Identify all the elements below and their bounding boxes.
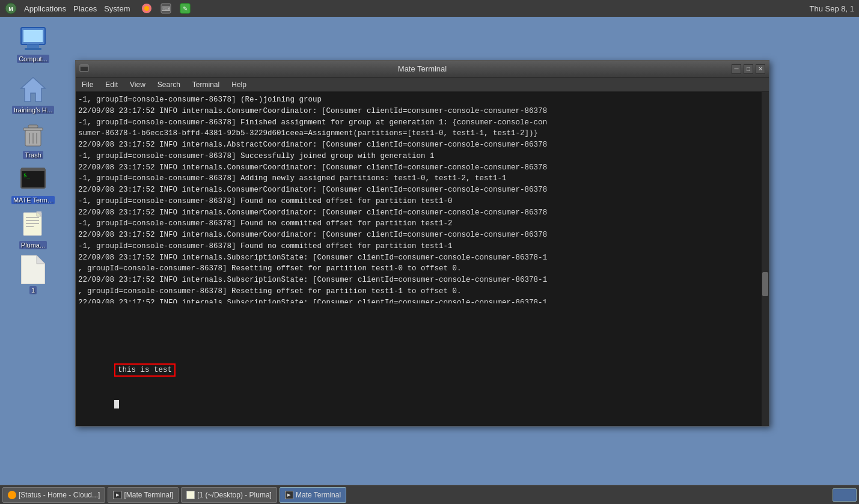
svg-rect-21 bbox=[21, 168, 45, 171]
svg-text:$_: $_ bbox=[23, 172, 30, 178]
system-menu[interactable]: System bbox=[104, 4, 130, 13]
taskbar-item-status[interactable]: [Status - Home - Cloud...] bbox=[2, 487, 105, 503]
taskbar-item-mate-terminal-1[interactable]: ▶ [Mate Terminal] bbox=[108, 487, 179, 503]
svg-rect-11 bbox=[25, 48, 41, 50]
mate-logo-icon: M bbox=[5, 2, 17, 14]
taskbar-terminal-icon-2: ▶ bbox=[285, 491, 293, 499]
svg-rect-9 bbox=[23, 30, 43, 42]
taskbar-right bbox=[833, 488, 857, 502]
terminal-line-15: , groupId=console-consumer-86378] Resett… bbox=[78, 263, 758, 275]
terminal-text-area: -1, groupId=console-consumer-86378] (Re-… bbox=[78, 94, 766, 303]
menu-edit[interactable]: Edit bbox=[102, 79, 121, 90]
terminal-line-11: -1, groupId=console-consumer-86378] Foun… bbox=[78, 218, 758, 229]
desktop-icon-home[interactable]: training's H... bbox=[9, 75, 57, 114]
desktop-icon-pluma[interactable]: Pluma... bbox=[9, 210, 57, 249]
svg-text:⌨: ⌨ bbox=[162, 5, 170, 12]
taskbar-pluma-icon bbox=[186, 491, 195, 499]
taskbar-terminal-icon-1: ▶ bbox=[113, 491, 121, 499]
terminal-titlebar-icon bbox=[79, 64, 89, 74]
menu-file[interactable]: File bbox=[78, 79, 97, 90]
app-icon-2[interactable]: ⌨ bbox=[160, 2, 172, 14]
desktop-icons: Comput... training's H... Trash bbox=[9, 24, 57, 294]
menu-terminal[interactable]: Terminal bbox=[189, 79, 223, 90]
desktop-icon-mate-terminal[interactable]: $_ MATE Term... bbox=[9, 165, 57, 204]
places-menu[interactable]: Places bbox=[73, 4, 97, 13]
computer-icon-label: Comput... bbox=[17, 55, 49, 63]
svg-rect-13 bbox=[28, 125, 38, 128]
terminal-window: Mate Terminal ─ □ ✕ File Edit View Searc… bbox=[75, 60, 769, 427]
taskbar-item-mate-terminal-2[interactable]: ▶ Mate Terminal bbox=[280, 487, 346, 503]
taskbar-label-pluma: [1 (~/Desktop) - Pluma] bbox=[197, 491, 272, 499]
svg-text:✎: ✎ bbox=[183, 5, 188, 12]
home-icon-label: training's H... bbox=[12, 106, 54, 114]
clock: Thu Sep 8, 1 bbox=[810, 4, 854, 13]
terminal-line-3: sumer-86378-1-b6ecc318-bffd-4381-92b5-32… bbox=[78, 128, 758, 139]
taskbar-workspace-box[interactable] bbox=[833, 488, 857, 502]
menu-search[interactable]: Search bbox=[154, 79, 184, 90]
menu-view[interactable]: View bbox=[126, 79, 149, 90]
terminal-line-16: 22/09/08 23:17:52 INFO internals.Subscri… bbox=[78, 275, 758, 286]
terminal-line-14: 22/09/08 23:17:52 INFO internals.Subscri… bbox=[78, 252, 758, 264]
highlighted-input[interactable]: this is test bbox=[114, 363, 176, 377]
svg-point-3 bbox=[144, 6, 149, 11]
svg-rect-19 bbox=[21, 169, 45, 188]
svg-text:M: M bbox=[8, 6, 13, 12]
taskbar: [Status - Home - Cloud...] ▶ [Mate Termi… bbox=[0, 485, 859, 504]
file-icon-label: 1 bbox=[29, 286, 37, 294]
terminal-line-9: -1, groupId=console-consumer-86378] Foun… bbox=[78, 196, 758, 207]
top-bar: M Applications Places System ⌨ ✎ Thu Sep… bbox=[0, 0, 859, 17]
terminal-input-line[interactable]: this is test bbox=[78, 354, 758, 387]
terminal-line-5: -1, groupId=console-consumer-86378] Succ… bbox=[78, 151, 758, 162]
status-icon bbox=[8, 491, 16, 499]
svg-marker-29 bbox=[21, 255, 45, 284]
svg-rect-14 bbox=[23, 128, 43, 130]
terminal-line-0: -1, groupId=console-consumer-86378] (Re-… bbox=[78, 94, 758, 106]
svg-rect-32 bbox=[80, 65, 88, 67]
maximize-button[interactable]: □ bbox=[744, 64, 753, 74]
svg-marker-12 bbox=[21, 77, 45, 102]
menu-help[interactable]: Help bbox=[228, 79, 250, 90]
terminal-line-4: 22/09/08 23:17:52 INFO internals.Abstrac… bbox=[78, 139, 758, 151]
terminal-scrollbar[interactable] bbox=[762, 92, 769, 426]
pluma-icon-label: Pluma... bbox=[19, 241, 47, 249]
app-icon-3[interactable]: ✎ bbox=[179, 2, 191, 14]
terminal-line-8: 22/09/08 23:17:52 INFO internals.Consume… bbox=[78, 184, 758, 196]
terminal-line-7: -1, groupId=console-consumer-86378] Addi… bbox=[78, 173, 758, 184]
terminal-title: Mate Terminal bbox=[398, 64, 447, 73]
terminal-line-18: 22/09/08 23:17:52 INFO internals.Subscri… bbox=[78, 297, 758, 303]
desktop-icon-file[interactable]: 1 bbox=[9, 255, 57, 294]
terminal-content[interactable]: -1, groupId=console-consumer-86378] (Re-… bbox=[76, 92, 769, 426]
svg-rect-10 bbox=[27, 44, 39, 48]
taskbar-label-status: [Status - Home - Cloud...] bbox=[19, 491, 100, 499]
taskbar-label-terminal-2: Mate Terminal bbox=[296, 491, 341, 499]
terminal-scrollbar-thumb[interactable] bbox=[762, 272, 768, 296]
desktop-icon-trash[interactable]: Trash bbox=[9, 120, 57, 159]
terminal-line-2: -1, groupId=console-consumer-86378] Fini… bbox=[78, 117, 758, 129]
terminal-menubar: File Edit View Search Terminal Help bbox=[76, 77, 769, 92]
terminal-cursor bbox=[114, 400, 119, 408]
terminal-line-6: 22/09/08 23:17:52 INFO internals.Consume… bbox=[78, 162, 758, 174]
terminal-line-12: 22/09/08 23:17:52 INFO internals.Consume… bbox=[78, 229, 758, 241]
mate-terminal-icon-label: MATE Term... bbox=[11, 196, 55, 204]
applications-menu[interactable]: Applications bbox=[24, 4, 66, 13]
trash-icon-label: Trash bbox=[23, 151, 43, 159]
terminal-titlebar: Mate Terminal ─ □ ✕ bbox=[76, 61, 769, 77]
terminal-line-1: 22/09/08 23:17:52 INFO internals.Consume… bbox=[78, 106, 758, 117]
close-button[interactable]: ✕ bbox=[756, 64, 765, 74]
terminal-line-13: -1, groupId=console-consumer-86378] Foun… bbox=[78, 241, 758, 252]
desktop-icon-computer[interactable]: Comput... bbox=[9, 24, 57, 63]
terminal-window-buttons: ─ □ ✕ bbox=[732, 64, 765, 74]
minimize-button[interactable]: ─ bbox=[732, 64, 741, 74]
terminal-cursor-line bbox=[78, 387, 758, 421]
terminal-input-section: this is test bbox=[78, 351, 766, 424]
terminal-line-17: , groupId=console-consumer-86378] Resett… bbox=[78, 286, 758, 297]
firefox-icon[interactable] bbox=[141, 2, 153, 14]
terminal-line-10: 22/09/08 23:17:52 INFO internals.Consume… bbox=[78, 207, 758, 219]
taskbar-item-pluma[interactable]: [1 (~/Desktop) - Pluma] bbox=[181, 487, 277, 503]
svg-marker-30 bbox=[37, 255, 45, 264]
taskbar-label-terminal-1: [Mate Terminal] bbox=[124, 491, 173, 499]
